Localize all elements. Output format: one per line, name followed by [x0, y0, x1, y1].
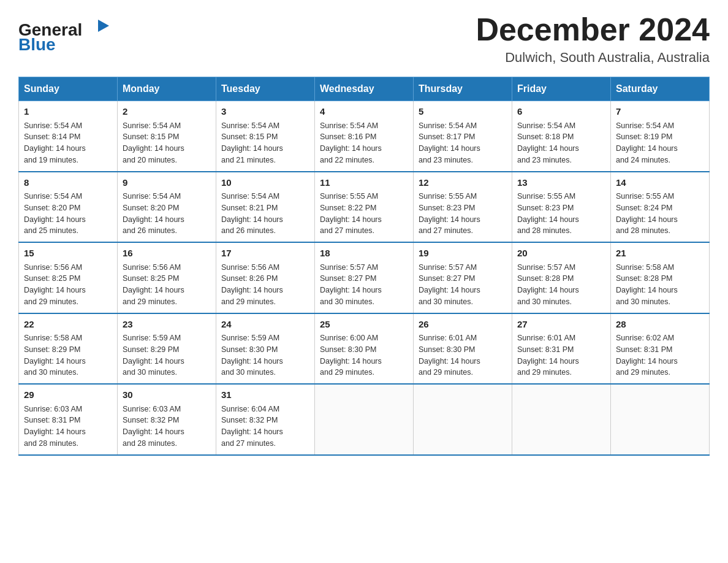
calendar-cell	[611, 384, 710, 455]
day-info: Sunrise: 5:55 AMSunset: 8:23 PMDaylight:…	[517, 191, 605, 237]
calendar-cell: 1Sunrise: 5:54 AMSunset: 8:14 PMDaylight…	[19, 101, 118, 172]
calendar-cell: 30Sunrise: 6:03 AMSunset: 8:32 PMDayligh…	[118, 384, 216, 455]
calendar-cell: 5Sunrise: 5:54 AMSunset: 8:17 PMDaylight…	[414, 101, 512, 172]
day-info: Sunrise: 5:54 AMSunset: 8:15 PMDaylight:…	[221, 120, 309, 166]
calendar-cell: 27Sunrise: 6:01 AMSunset: 8:31 PMDayligh…	[512, 313, 611, 385]
calendar-cell: 19Sunrise: 5:57 AMSunset: 8:27 PMDayligh…	[414, 242, 512, 313]
day-number: 22	[24, 318, 112, 332]
day-info: Sunrise: 5:55 AMSunset: 8:22 PMDaylight:…	[320, 191, 408, 237]
calendar-cell: 23Sunrise: 5:59 AMSunset: 8:29 PMDayligh…	[118, 313, 216, 385]
day-number: 7	[616, 105, 704, 119]
page-header: General Blue December 2024 Dulwich, Sout…	[18, 12, 710, 66]
day-info: Sunrise: 6:03 AMSunset: 8:31 PMDaylight:…	[24, 404, 112, 450]
day-info: Sunrise: 5:56 AMSunset: 8:25 PMDaylight:…	[123, 262, 211, 308]
location-title: Dulwich, South Australia, Australia	[476, 50, 710, 66]
title-block: December 2024 Dulwich, South Australia, …	[476, 12, 710, 66]
weekday-header-friday: Friday	[512, 77, 611, 101]
day-info: Sunrise: 5:54 AMSunset: 8:17 PMDaylight:…	[419, 120, 507, 166]
day-info: Sunrise: 5:54 AMSunset: 8:21 PMDaylight:…	[221, 191, 309, 237]
calendar-cell: 29Sunrise: 6:03 AMSunset: 8:31 PMDayligh…	[19, 384, 118, 455]
calendar-cell: 6Sunrise: 5:54 AMSunset: 8:18 PMDaylight…	[512, 101, 611, 172]
month-title: December 2024	[476, 12, 710, 47]
day-info: Sunrise: 5:54 AMSunset: 8:15 PMDaylight:…	[123, 120, 211, 166]
calendar-cell: 2Sunrise: 5:54 AMSunset: 8:15 PMDaylight…	[118, 101, 216, 172]
calendar-cell: 26Sunrise: 6:01 AMSunset: 8:30 PMDayligh…	[414, 313, 512, 385]
week-row-1: 1Sunrise: 5:54 AMSunset: 8:14 PMDaylight…	[19, 101, 710, 172]
day-info: Sunrise: 5:55 AMSunset: 8:23 PMDaylight:…	[419, 191, 507, 237]
day-info: Sunrise: 5:54 AMSunset: 8:20 PMDaylight:…	[123, 191, 211, 237]
calendar-cell: 17Sunrise: 5:56 AMSunset: 8:26 PMDayligh…	[216, 242, 315, 313]
day-info: Sunrise: 5:54 AMSunset: 8:20 PMDaylight:…	[24, 191, 112, 237]
calendar-cell: 16Sunrise: 5:56 AMSunset: 8:25 PMDayligh…	[118, 242, 216, 313]
weekday-header-sunday: Sunday	[19, 77, 118, 101]
day-number: 12	[419, 176, 507, 190]
logo-image: General Blue	[18, 12, 116, 55]
calendar-cell: 3Sunrise: 5:54 AMSunset: 8:15 PMDaylight…	[216, 101, 315, 172]
day-number: 23	[123, 318, 211, 332]
day-number: 27	[517, 318, 605, 332]
day-info: Sunrise: 5:56 AMSunset: 8:25 PMDaylight:…	[24, 262, 112, 308]
svg-text:Blue: Blue	[18, 35, 56, 54]
calendar-cell: 22Sunrise: 5:58 AMSunset: 8:29 PMDayligh…	[19, 313, 118, 385]
day-number: 31	[221, 388, 309, 402]
weekday-header-saturday: Saturday	[611, 77, 710, 101]
day-info: Sunrise: 5:58 AMSunset: 8:28 PMDaylight:…	[616, 262, 704, 308]
day-info: Sunrise: 6:03 AMSunset: 8:32 PMDaylight:…	[123, 404, 211, 450]
week-row-2: 8Sunrise: 5:54 AMSunset: 8:20 PMDaylight…	[19, 172, 710, 243]
day-info: Sunrise: 5:54 AMSunset: 8:19 PMDaylight:…	[616, 120, 704, 166]
weekday-header-tuesday: Tuesday	[216, 77, 315, 101]
weekday-header-thursday: Thursday	[414, 77, 512, 101]
day-info: Sunrise: 5:54 AMSunset: 8:18 PMDaylight:…	[517, 120, 605, 166]
day-info: Sunrise: 6:01 AMSunset: 8:31 PMDaylight:…	[517, 332, 605, 378]
calendar-cell: 20Sunrise: 5:57 AMSunset: 8:28 PMDayligh…	[512, 242, 611, 313]
day-info: Sunrise: 6:02 AMSunset: 8:31 PMDaylight:…	[616, 332, 704, 378]
day-info: Sunrise: 5:58 AMSunset: 8:29 PMDaylight:…	[24, 332, 112, 378]
svg-marker-1	[98, 20, 109, 32]
day-info: Sunrise: 5:57 AMSunset: 8:28 PMDaylight:…	[517, 262, 605, 308]
week-row-3: 15Sunrise: 5:56 AMSunset: 8:25 PMDayligh…	[19, 242, 710, 313]
day-number: 14	[616, 176, 704, 190]
day-number: 15	[24, 247, 112, 261]
day-number: 21	[616, 247, 704, 261]
calendar-table: SundayMondayTuesdayWednesdayThursdayFrid…	[18, 77, 710, 456]
day-info: Sunrise: 6:00 AMSunset: 8:30 PMDaylight:…	[320, 332, 408, 378]
calendar-cell: 21Sunrise: 5:58 AMSunset: 8:28 PMDayligh…	[611, 242, 710, 313]
day-number: 5	[419, 105, 507, 119]
day-info: Sunrise: 6:01 AMSunset: 8:30 PMDaylight:…	[419, 332, 507, 378]
day-number: 10	[221, 176, 309, 190]
day-number: 16	[123, 247, 211, 261]
day-number: 1	[24, 105, 112, 119]
day-info: Sunrise: 5:56 AMSunset: 8:26 PMDaylight:…	[221, 262, 309, 308]
calendar-cell	[512, 384, 611, 455]
calendar-cell: 15Sunrise: 5:56 AMSunset: 8:25 PMDayligh…	[19, 242, 118, 313]
calendar-cell: 4Sunrise: 5:54 AMSunset: 8:16 PMDaylight…	[315, 101, 414, 172]
day-info: Sunrise: 5:57 AMSunset: 8:27 PMDaylight:…	[320, 262, 408, 308]
calendar-cell	[414, 384, 512, 455]
day-number: 18	[320, 247, 408, 261]
day-number: 26	[419, 318, 507, 332]
day-number: 25	[320, 318, 408, 332]
calendar-cell: 24Sunrise: 5:59 AMSunset: 8:30 PMDayligh…	[216, 313, 315, 385]
day-number: 20	[517, 247, 605, 261]
week-row-5: 29Sunrise: 6:03 AMSunset: 8:31 PMDayligh…	[19, 384, 710, 455]
day-number: 13	[517, 176, 605, 190]
day-info: Sunrise: 5:54 AMSunset: 8:16 PMDaylight:…	[320, 120, 408, 166]
day-number: 17	[221, 247, 309, 261]
weekday-header-monday: Monday	[118, 77, 216, 101]
day-info: Sunrise: 5:59 AMSunset: 8:30 PMDaylight:…	[221, 332, 309, 378]
calendar-cell: 8Sunrise: 5:54 AMSunset: 8:20 PMDaylight…	[19, 172, 118, 243]
day-number: 9	[123, 176, 211, 190]
calendar-cell: 7Sunrise: 5:54 AMSunset: 8:19 PMDaylight…	[611, 101, 710, 172]
logo: General Blue	[18, 12, 116, 55]
day-number: 3	[221, 105, 309, 119]
day-number: 24	[221, 318, 309, 332]
calendar-cell: 18Sunrise: 5:57 AMSunset: 8:27 PMDayligh…	[315, 242, 414, 313]
day-number: 19	[419, 247, 507, 261]
day-number: 8	[24, 176, 112, 190]
calendar-cell: 25Sunrise: 6:00 AMSunset: 8:30 PMDayligh…	[315, 313, 414, 385]
day-number: 4	[320, 105, 408, 119]
calendar-cell: 31Sunrise: 6:04 AMSunset: 8:32 PMDayligh…	[216, 384, 315, 455]
calendar-cell: 9Sunrise: 5:54 AMSunset: 8:20 PMDaylight…	[118, 172, 216, 243]
calendar-cell: 10Sunrise: 5:54 AMSunset: 8:21 PMDayligh…	[216, 172, 315, 243]
day-number: 2	[123, 105, 211, 119]
